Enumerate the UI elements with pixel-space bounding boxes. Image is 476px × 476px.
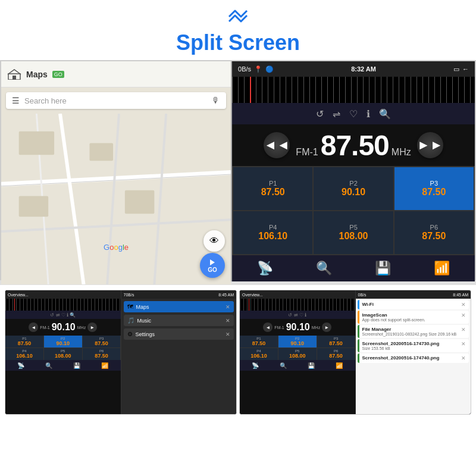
mini-pfreq-6: 87.50	[318, 353, 354, 359]
maps-title: Maps	[26, 70, 48, 79]
preset-label-6: P6	[430, 224, 438, 231]
preset-button-3[interactable]: P387.50	[394, 167, 474, 210]
notif-list: Wi-Fi✕ImageScanApp does not support spli…	[356, 300, 471, 363]
mini-presets2-btn-2[interactable]: P290.10	[278, 336, 317, 347]
signal-icon[interactable]: 📶	[434, 261, 450, 276]
mini-save1[interactable]: 💾	[73, 362, 80, 369]
mini-presets1-btn-6[interactable]: P687.50	[83, 348, 121, 360]
app-item-music[interactable]: 🎵Music✕	[124, 315, 234, 326]
mini-presets2-btn-6[interactable]: P687.50	[317, 348, 355, 360]
maps-search-bar[interactable]: ☰ Search here 🎙	[6, 92, 226, 109]
mini-save2[interactable]: 💾	[308, 362, 315, 369]
thumb2-notifications: 0B/s 8:45 AM Wi-Fi✕ImageScanApp does not…	[356, 290, 471, 414]
cast-icon[interactable]: 📡	[257, 261, 273, 276]
notif-close-0[interactable]: ✕	[461, 302, 466, 308]
svg-rect-1	[12, 76, 16, 80]
notif-status: 0B/s 8:45 AM	[356, 290, 471, 299]
mini-band1: FM-1	[40, 325, 49, 330]
app-icon-maps: 🗺	[127, 303, 133, 310]
app-name-settings: Settings	[136, 331, 223, 337]
notif-close-1[interactable]: ✕	[461, 312, 466, 318]
data-speed: 0B/s	[238, 65, 251, 73]
notif-item-4: Screenshot_20200516-174740.png✕	[358, 353, 469, 363]
mini-cast2[interactable]: 📡	[252, 362, 259, 369]
app-close-music[interactable]: ✕	[226, 318, 230, 324]
search-icon[interactable]: 🔍	[316, 261, 332, 276]
mini-pfreq-3: 87.50	[84, 340, 120, 346]
notif-title-4: Screenshot_20200516-174740.png	[362, 355, 440, 361]
notif-close-4[interactable]: ✕	[461, 355, 466, 361]
notif-sub-2: Screenshot_20190101-083242.png Size 209.…	[362, 332, 457, 336]
shuffle-icon[interactable]: ⇌	[333, 108, 340, 120]
refresh-icon[interactable]: ↺	[316, 108, 324, 120]
preset-button-2[interactable]: P290.10	[314, 167, 393, 210]
mini-presets1-btn-5[interactable]: P5108.00	[44, 348, 82, 360]
mini-cast1[interactable]: 📡	[17, 362, 24, 369]
mini-sig1[interactable]: 📶	[101, 362, 108, 369]
svg-rect-11	[89, 143, 113, 161]
radio-tuner-bar[interactable]	[232, 77, 475, 103]
mic-icon[interactable]: 🎙	[212, 96, 220, 105]
search-small-icon[interactable]: 🔍	[379, 108, 391, 120]
prev-button[interactable]: ◄◄	[264, 132, 290, 158]
preset-button-4[interactable]: P4106.10	[233, 211, 312, 254]
mini-next1[interactable]: ►	[87, 322, 97, 332]
preset-freq-6: 87.50	[422, 231, 446, 242]
svg-rect-12	[125, 190, 154, 214]
preset-label-1: P1	[269, 180, 277, 187]
mini-pfreq-2: 90.10	[45, 340, 81, 346]
info-icon[interactable]: ℹ	[367, 108, 370, 120]
mini-freq-row1: ◄ FM-1 90.10 MHz ►	[5, 319, 121, 336]
home-icon	[7, 69, 21, 80]
heart-icon[interactable]: ♡	[349, 108, 358, 120]
preset-button-5[interactable]: P5108.00	[314, 211, 393, 254]
go-button[interactable]: GO	[200, 253, 225, 278]
mini-controls1: ↺ ⇌ ♡ ℹ 🔍	[5, 311, 121, 319]
radio-controls: ↺ ⇌ ♡ ℹ 🔍	[232, 103, 475, 124]
mini-presets1-btn-3[interactable]: P387.50	[83, 336, 121, 347]
mini-unit2: MHz	[312, 325, 320, 330]
save-icon[interactable]: 💾	[375, 261, 391, 276]
mini-pfreq-4: 106.10	[7, 353, 42, 359]
mini-search1[interactable]: 🔍	[45, 362, 52, 369]
mini-presets2-btn-3[interactable]: P387.50	[317, 336, 355, 347]
app-item-settings[interactable]: ⚙Settings✕	[124, 328, 234, 340]
preset-grid: P187.50P290.10P387.50P4106.10P5108.00P68…	[232, 166, 475, 255]
mini-presets1-btn-4[interactable]: P4106.10	[5, 348, 43, 360]
preset-button-6[interactable]: P687.50	[394, 211, 474, 254]
mini-presets2-btn-5[interactable]: P5108.00	[278, 348, 317, 360]
mini-search2[interactable]: 🔍	[280, 362, 287, 369]
preset-label-3: P3	[430, 180, 438, 187]
notif-close-2[interactable]: ✕	[461, 327, 466, 333]
mini-tuner2	[240, 299, 355, 311]
mini-presets2-btn-4[interactable]: P4106.10	[240, 348, 278, 360]
status-right: ▭ ←	[453, 65, 469, 73]
notif-title-3: Screenshot_20200516-174730.png	[362, 341, 440, 346]
mini-next2[interactable]: ►	[322, 322, 331, 332]
next-button[interactable]: ►►	[417, 132, 443, 158]
mini-presets1-btn-1[interactable]: P187.50	[5, 336, 43, 347]
tuner-ruler	[232, 77, 475, 103]
google-label: Google	[104, 243, 129, 252]
thumb2: Overview... ↺ ⇌ ♡ ℹ ◄ FM-1 90.10 MHz ► P…	[239, 290, 471, 415]
main-demo: Maps GO ☰ Search here 🎙	[0, 60, 476, 280]
status-time: 8:32 AM	[351, 65, 376, 73]
app-close-maps[interactable]: ✕	[226, 304, 230, 310]
back-icon[interactable]: ←	[462, 65, 469, 73]
frequency-unit: MHz	[392, 147, 411, 158]
eye-button[interactable]: 👁	[203, 230, 225, 252]
notif-title-0: Wi-Fi	[362, 302, 374, 307]
preset-button-1[interactable]: P187.50	[233, 167, 312, 210]
mini-presets1-btn-2[interactable]: P290.10	[44, 336, 82, 347]
maps-badge: GO	[52, 71, 64, 78]
mini-prev2[interactable]: ◄	[263, 322, 273, 332]
notif-close-3[interactable]: ✕	[461, 341, 466, 347]
app-item-maps[interactable]: 🗺Maps✕	[124, 301, 234, 312]
app-close-settings[interactable]: ✕	[226, 331, 230, 337]
maps-panel: Maps GO ☰ Search here 🎙	[1, 61, 232, 281]
mini-ctrl1: ↺ ⇌ ♡ ℹ 🔍	[50, 312, 76, 318]
mini-sig2[interactable]: 📶	[336, 362, 343, 369]
mini-prev1[interactable]: ◄	[29, 322, 38, 332]
mini-presets2-btn-1[interactable]: P187.50	[240, 336, 278, 347]
radio-status-bar: 0B/s 📍 🔵 8:32 AM ▭ ←	[232, 61, 475, 77]
